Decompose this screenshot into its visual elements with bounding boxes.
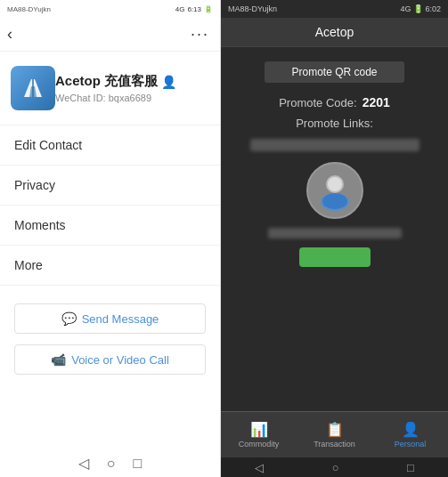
right-network: 4G 🔋 [400,4,423,13]
video-icon: 📹 [51,352,66,367]
transaction-label: Transaction [314,440,355,449]
message-icon: 💬 [61,311,77,326]
more-options-button[interactable]: ··· [191,25,209,44]
send-message-button[interactable]: 💬 Send Message [14,303,206,334]
svg-point-4 [322,193,347,209]
profile-name: Acetop 充值客服 👤 [55,73,209,90]
promote-code-label: Promote Code: [279,96,356,109]
promote-code-value: 2201 [362,95,390,109]
menu-item-privacy[interactable]: Privacy [0,166,220,206]
user-avatar [306,162,363,219]
action-buttons: 💬 Send Message 📹 Voice or Video Call [0,286,220,382]
voice-video-call-button[interactable]: 📹 Voice or Video Call [14,344,206,375]
wechat-id: WeChat ID: bqxa6689 [55,93,209,103]
left-back-nav[interactable]: ◁ [78,455,89,472]
right-recent-nav[interactable]: □ [407,461,414,474]
commodity-label: Commodity [239,440,280,449]
nav-commodity[interactable]: 📊 Commodity [221,421,297,449]
person-icon: 👤 [161,75,176,89]
right-content: Promote QR code Promote Code: 2201 Promo… [221,47,448,411]
menu-item-edit-contact[interactable]: Edit Contact [0,125,220,166]
qr-section-title: Promote QR code [265,61,403,83]
avatar-svg [313,168,357,213]
menu-item-more[interactable]: More [0,246,220,286]
transaction-icon: 📋 [326,421,344,438]
profile-section: Acetop 充值客服 👤 WeChat ID: bqxa6689 [0,52,220,125]
left-carrier: MA88-DYujkn [7,5,51,13]
right-home-nav[interactable]: ○ [332,461,339,474]
blurred-text-1 [268,228,402,238]
left-panel: MA88-DYujkn 4G 6:13 🔋 ‹ ··· Acetop 充值客服 … [0,0,221,477]
right-back-nav[interactable]: ◁ [255,461,264,474]
profile-avatar [11,66,55,110]
left-home-nav[interactable]: ○ [107,456,116,472]
menu-item-moments[interactable]: Moments [0,206,220,246]
back-button[interactable]: ‹ [7,25,12,44]
nav-transaction[interactable]: 📋 Transaction [297,421,372,449]
promote-links-label: Promote Links: [296,117,373,130]
personal-icon: 👤 [402,421,419,438]
svg-point-3 [328,177,342,191]
left-header: ‹ ··· [0,18,220,52]
personal-label: Personal [395,440,427,449]
left-recent-nav[interactable]: □ [134,456,143,472]
nav-personal[interactable]: 👤 Personal [372,421,448,449]
right-status-icons: 4G 🔋 6:02 [400,4,441,13]
network-indicator: 4G [175,5,185,13]
right-carrier: MA88-DYujkn [228,4,277,13]
right-android-nav: ◁ ○ □ [221,457,448,477]
green-action-button[interactable] [299,247,371,267]
right-status-bar: MA88-DYujkn 4G 🔋 6:02 [221,0,448,18]
right-app-header: Acetop [221,18,448,47]
left-status-icons: 4G 6:13 🔋 [175,5,213,13]
road-svg-icon [19,74,47,102]
commodity-icon: 📊 [250,421,268,438]
left-status-bar: MA88-DYujkn 4G 6:13 🔋 [0,0,220,18]
battery-icon: 🔋 [204,5,213,13]
blurred-link-1 [250,139,419,151]
left-bottom-nav: ◁ ○ □ [78,455,142,472]
right-time: 6:02 [425,4,441,13]
time-display: 6:13 [187,5,201,13]
right-panel: MA88-DYujkn 4G 🔋 6:02 Acetop Promote QR … [221,0,448,477]
right-bottom-nav: 📊 Commodity 📋 Transaction 👤 Personal [221,411,448,457]
app-title: Acetop [221,25,448,39]
promote-code-row: Promote Code: 2201 [279,95,390,109]
profile-info: Acetop 充值客服 👤 WeChat ID: bqxa6689 [55,73,209,103]
